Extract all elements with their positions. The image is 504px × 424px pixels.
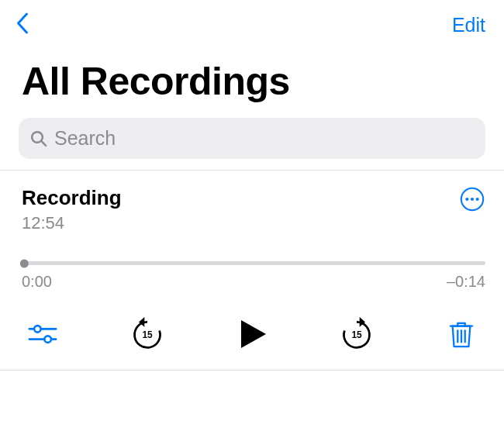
search-input[interactable] (54, 127, 475, 150)
sliders-icon (28, 322, 57, 346)
edit-button[interactable]: Edit (452, 14, 485, 36)
recording-item[interactable]: Recording 12:54 0:00 –0:14 (0, 171, 504, 291)
skip-forward-15-icon: 15 (340, 317, 374, 351)
back-button[interactable] (14, 11, 31, 39)
recording-title: Recording (22, 186, 122, 210)
svg-point-3 (476, 198, 479, 201)
skip-back-button[interactable]: 15 (128, 317, 167, 351)
svg-text:15: 15 (351, 329, 362, 340)
skip-forward-button[interactable]: 15 (337, 317, 376, 351)
svg-text:15: 15 (142, 329, 153, 340)
scrubber-thumb[interactable] (20, 259, 29, 267)
delete-button[interactable] (442, 319, 481, 349)
skip-back-15-icon: 15 (130, 317, 164, 351)
page-title: All Recordings (0, 45, 504, 110)
svg-point-5 (34, 326, 41, 333)
playback-scrubber[interactable]: 0:00 –0:14 (22, 261, 485, 291)
play-button[interactable] (233, 317, 271, 351)
divider (0, 370, 504, 371)
recording-timestamp: 12:54 (22, 213, 122, 233)
elapsed-time: 0:00 (22, 273, 52, 291)
remaining-time: –0:14 (447, 273, 485, 291)
scrubber-track[interactable] (22, 261, 485, 265)
ellipsis-circle-icon (459, 186, 485, 212)
svg-point-7 (44, 336, 51, 343)
svg-marker-10 (241, 320, 266, 348)
play-icon (235, 317, 269, 351)
chevron-left-icon (14, 11, 31, 36)
playback-options-button[interactable] (23, 322, 62, 346)
search-field[interactable] (19, 118, 485, 159)
svg-point-2 (471, 198, 474, 201)
search-icon (29, 129, 48, 148)
trash-icon (448, 319, 475, 349)
more-options-button[interactable] (459, 186, 485, 215)
svg-point-1 (465, 198, 468, 201)
